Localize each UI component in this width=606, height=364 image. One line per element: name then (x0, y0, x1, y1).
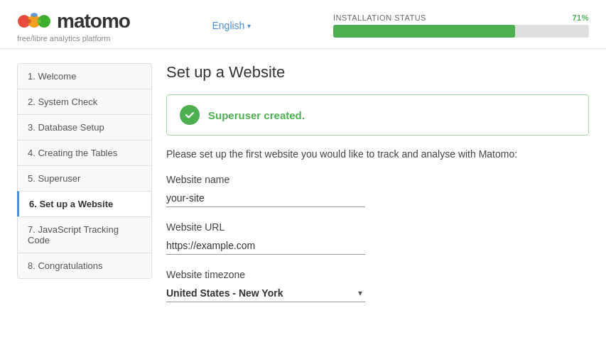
sidebar-item-superuser[interactable]: 5. Superuser (17, 165, 152, 191)
logo-row: matomo (17, 9, 130, 34)
sidebar-item-congratulations[interactable]: 8. Congratulations (17, 253, 152, 279)
progress-bar-background (333, 25, 589, 38)
sidebar-item-js-tracking[interactable]: 7. JavaScript Tracking Code (17, 216, 152, 253)
sidebar-item-database-setup[interactable]: 3. Database Setup (17, 114, 152, 140)
matomo-logo-icon (17, 9, 51, 34)
main-layout: 1. Welcome 2. System Check 3. Database S… (0, 49, 606, 349)
sidebar-item-set-up-website[interactable]: 6. Set up a Website (17, 191, 152, 216)
sidebar-item-creating-tables[interactable]: 4. Creating the Tables (17, 140, 152, 165)
website-name-group: Website name (166, 174, 589, 207)
form-description: Please set up the first website you woul… (166, 148, 589, 160)
progress-bar-fill (333, 25, 515, 38)
language-selector[interactable]: English ▾ (212, 20, 251, 31)
checkmark-icon (184, 109, 195, 121)
install-label-text: INSTALLATION STATUS (333, 13, 426, 22)
sidebar-item-system-check[interactable]: 2. System Check (17, 89, 152, 114)
language-label: English (212, 20, 244, 31)
logo-tagline: free/libre analytics platform (17, 34, 130, 43)
install-pct-text: 71% (572, 13, 589, 22)
website-url-group: Website URL (166, 221, 589, 255)
website-timezone-group: Website timezone United States - New Yor… (166, 269, 589, 302)
website-name-input[interactable] (166, 189, 365, 207)
content-area: Set up a Website Superuser created. Plea… (166, 63, 589, 335)
svg-point-5 (31, 13, 38, 17)
timezone-select-wrapper: United States - New York United States -… (166, 285, 365, 302)
website-url-input[interactable] (166, 237, 365, 255)
website-timezone-label: Website timezone (166, 269, 589, 280)
website-name-label: Website name (166, 174, 589, 185)
installation-status: INSTALLATION STATUS 71% (333, 13, 589, 38)
success-text: Superuser created. (208, 109, 305, 121)
website-url-label: Website URL (166, 221, 589, 233)
success-icon (180, 105, 200, 125)
chevron-down-icon: ▾ (247, 22, 251, 30)
page-title: Set up a Website (166, 63, 589, 82)
svg-point-4 (37, 19, 41, 23)
logo-brand-text: matomo (57, 10, 130, 33)
sidebar: 1. Welcome 2. System Check 3. Database S… (17, 63, 152, 335)
timezone-select[interactable]: United States - New York United States -… (166, 285, 365, 302)
install-status-label: INSTALLATION STATUS 71% (333, 13, 589, 22)
success-message-box: Superuser created. (166, 94, 589, 136)
svg-point-3 (27, 19, 31, 23)
header: matomo free/libre analytics platform Eng… (0, 0, 606, 49)
logo-area: matomo free/libre analytics platform (17, 9, 130, 43)
sidebar-item-welcome[interactable]: 1. Welcome (17, 63, 152, 89)
